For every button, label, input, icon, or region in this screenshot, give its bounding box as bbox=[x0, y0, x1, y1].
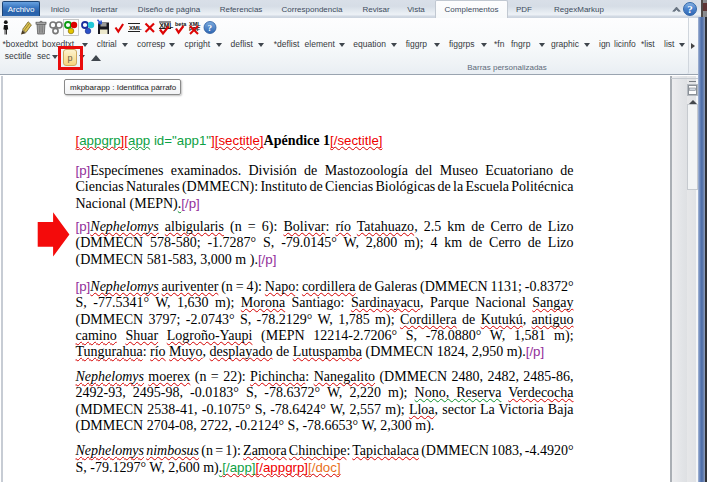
svg-text:?: ? bbox=[208, 23, 213, 33]
svg-text:XML: XML bbox=[129, 25, 142, 31]
svg-text:beta: beta bbox=[175, 21, 187, 27]
